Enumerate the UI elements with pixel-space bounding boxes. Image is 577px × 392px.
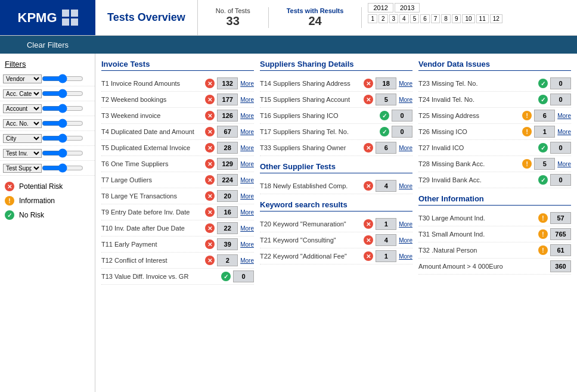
legend: ✕ Potential Risk ! Information ✓ No Risk [0,176,95,231]
more-link-t33[interactable]: More [399,145,412,151]
clear-filters-button[interactable]: Clear Filters [0,36,95,54]
test-count-t26: 1 [534,126,555,138]
more-link-t21[interactable]: More [399,237,412,244]
more-link-t5[interactable]: More [240,145,254,151]
more-link-t14[interactable]: More [399,80,412,87]
test-row-t8: T8 Large YE Transactions✕20More [101,188,254,204]
vendor-select[interactable]: Vendor [3,74,42,83]
test-row-t11: T11 Early Payment✕39More [101,237,254,253]
test-inv-select[interactable]: Test Inv. [3,149,42,158]
test-row-t30: T30 Large Amount Ind.!57 [418,210,571,226]
city-slider[interactable] [42,133,83,143]
test-supp-select[interactable]: Test Supp [3,164,42,173]
legend-information: ! Information [5,196,90,206]
test-name-t15: T15 Suppliers Sharing Account [260,96,361,103]
test-name-t28: T28 Missing Bank Acc. [418,160,520,167]
month-11[interactable]: 11 [476,14,489,23]
test-name-t6: T6 One Time Suppliers [101,160,203,167]
red-status-icon: ✕ [364,235,373,245]
test-row-t21: T21 Keyword "Consulting"✕4More [260,232,412,248]
test-name-t24: T24 Invalid Tel. No. [418,96,536,103]
more-link-t9[interactable]: More [240,209,254,216]
filter-vendor: Vendor [0,71,95,86]
red-status-icon: ✕ [205,175,215,185]
other-info-title: Other Information [418,194,571,206]
test-name-t13: T13 Value Diff. Invoice vs. GR [101,273,219,280]
test-count-t20: 1 [376,218,396,230]
month-6[interactable]: 6 [420,14,430,23]
month-9[interactable]: 9 [452,14,461,23]
more-link-t20[interactable]: More [399,221,412,228]
test-row-t13: T13 Value Diff. Invoice vs. GR✓0 [101,269,254,285]
more-link-t11[interactable]: More [240,241,254,248]
test-name-t3: T3 Weekend invoice [101,112,203,119]
more-link-t25[interactable]: More [557,113,571,119]
year-2013[interactable]: 2013 [395,3,420,13]
month-2[interactable]: 2 [379,14,388,23]
test-supp-slider[interactable] [42,163,83,173]
more-link-t22[interactable]: More [399,253,412,260]
red-status-icon: ✕ [205,223,215,233]
filter-test-supp-label: Test Supp [3,164,42,173]
filter-city: City [0,131,95,146]
calendar-area: 2012 2013 1 2 3 4 5 6 7 8 9 10 11 12 [362,0,577,35]
month-8[interactable]: 8 [441,14,451,23]
more-link-t10[interactable]: More [240,225,254,232]
more-link-t3[interactable]: More [240,113,254,119]
test-count-t3: 126 [217,110,238,122]
invoice-tests-section: Invoice Tests T1 Invoice Round Amounts✕1… [98,57,257,389]
account-select[interactable]: Account [3,104,42,113]
month-1[interactable]: 1 [368,14,377,23]
suppliers-sharing-title: Suppliers Sharing Details [260,60,412,71]
tests-with-results-block: Tests with Results 24 [269,7,362,28]
test-count-t1: 132 [217,77,238,89]
test-row-t15: T15 Suppliers Sharing Account✕5More [260,92,412,108]
more-link-t1[interactable]: More [240,80,254,87]
test-inv-slider[interactable] [42,148,83,158]
more-link-t6[interactable]: More [240,161,254,167]
legend-no-risk-label: No Risk [19,211,44,219]
test-row-t20: T20 Keyword "Remunaration"✕1More [260,216,412,232]
month-10[interactable]: 10 [462,14,474,23]
content-area: Invoice Tests T1 Invoice Round Amounts✕1… [95,54,577,392]
header: KPMG Tests Overview No. of Tests 33 Test… [0,0,577,36]
legend-no-risk: ✓ No Risk [5,210,90,220]
more-link-t26[interactable]: More [557,129,571,135]
test-count-t17: 0 [392,126,412,138]
more-link-t7[interactable]: More [240,177,254,183]
more-link-t2[interactable]: More [240,97,254,103]
acc-category-slider[interactable] [42,89,83,98]
more-link-t18[interactable]: More [399,183,412,189]
vendor-slider[interactable] [42,74,83,83]
month-12[interactable]: 12 [490,14,502,23]
filters-title: Filters [0,57,95,71]
more-link-t12[interactable]: More [240,257,254,264]
test-count-t23: 0 [550,77,571,89]
more-link-t15[interactable]: More [399,97,412,103]
acc-category-select[interactable]: Acc. Category [3,89,42,98]
acc-no-slider[interactable] [42,119,83,128]
city-select[interactable]: City [3,134,42,143]
acc-no-select[interactable]: Acc. No. [3,119,42,128]
test-row-t25: T25 Missing Address!6More [418,108,571,124]
month-5[interactable]: 5 [410,14,420,23]
more-link-t28[interactable]: More [557,161,571,167]
account-slider[interactable] [42,104,83,113]
month-3[interactable]: 3 [389,14,399,23]
test-name-t33: T33 Suppliers Sharing Owner [260,144,361,151]
month-7[interactable]: 7 [431,14,440,23]
test-count-t8: 20 [217,190,238,202]
suppliers-sharing-list: T14 Suppliers Sharing Address✕18MoreT15 … [260,76,412,156]
year-2012[interactable]: 2012 [368,3,393,13]
test-name-t4: T4 Duplicated Date and Amount [101,128,203,135]
test-count-t12: 2 [217,254,238,266]
month-4[interactable]: 4 [399,14,409,23]
app-container: KPMG Tests Overview No. of Tests 33 Test… [0,0,577,392]
filter-test-supp: Test Supp [0,161,95,176]
more-link-t4[interactable]: More [240,129,254,135]
test-row-t17: T17 Suppliers Sharing Tel. No.✓0 [260,124,412,140]
test-row-t27: T27 Invalid ICO✓0 [418,140,571,156]
more-link-t8[interactable]: More [240,193,254,200]
test-count-t27: 0 [550,142,571,154]
suppliers-section: Suppliers Sharing Details T14 Suppliers … [257,57,415,389]
